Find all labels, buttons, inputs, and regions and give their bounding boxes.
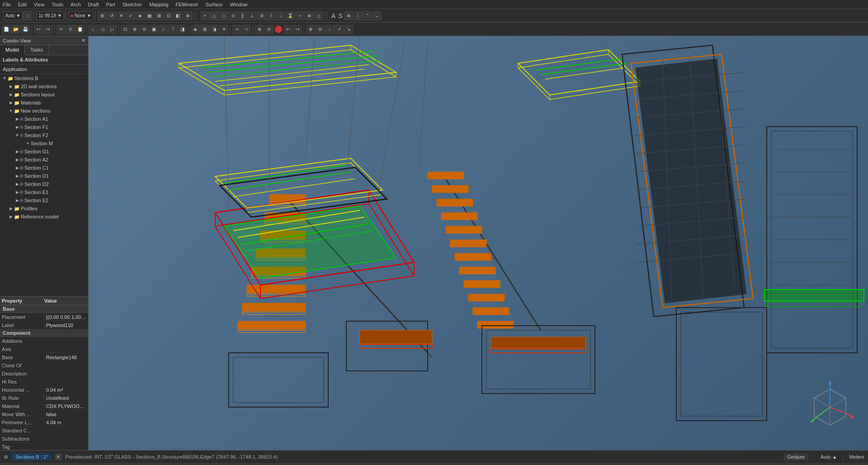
tree-item-reference[interactable]: ▶ 📁 Reference model [0, 213, 88, 221]
tree-item-section-f1[interactable]: ▶ ⊞ Section F1 [0, 123, 88, 131]
tb-btn-snap12[interactable]: ⊗ [305, 11, 314, 20]
tree-item-section-e1[interactable]: ▶ ⊞ Section E1 [0, 188, 88, 196]
menu-file[interactable]: File [3, 2, 11, 7]
tree-item-section-f2[interactable]: ▼ ⊞ Section F2 [0, 131, 88, 139]
prop-row-placement[interactable]: Placement [(0.00 0.00 1.00); 0... [0, 313, 88, 321]
tb2-extra8[interactable]: ↗ [335, 25, 344, 34]
tb2-save[interactable]: 💾 [21, 25, 30, 34]
tree-item-new-sections[interactable]: ▼ 📁 New sections [0, 107, 88, 115]
tree-item-section-d2[interactable]: ▶ ⊞ Section D2 [0, 180, 88, 188]
tree-item-section-a1[interactable]: ▶ ⊞ Section A1 [0, 115, 88, 123]
toggle-e2[interactable]: ▶ [14, 198, 20, 203]
tb-btn-10[interactable]: ⊕ [183, 11, 192, 20]
toggle-a1[interactable]: ▶ [14, 116, 20, 122]
prop-row-move-with[interactable]: Move With ... false [0, 410, 88, 418]
prop-row-standard-c[interactable]: Standard C... [0, 427, 88, 435]
tb-btn-9[interactable]: ◧ [174, 11, 183, 20]
tb-btn-7[interactable]: ⊠ [155, 11, 164, 20]
prop-row-additions[interactable]: Additions [0, 337, 88, 345]
tb-btn-snap2[interactable]: △ [210, 11, 219, 20]
toggle-a2[interactable]: ▶ [14, 157, 20, 162]
tb2-extra1[interactable]: ⊕ [255, 25, 264, 34]
tab-tasks[interactable]: Tasks [25, 45, 49, 55]
prop-row-hi-res[interactable]: Hi Res [0, 378, 88, 386]
toggle-g1[interactable]: ▶ [14, 149, 20, 154]
tb-text-btn4[interactable]: ⌄ [373, 11, 382, 20]
toggle-reference[interactable]: ▶ [8, 214, 14, 219]
tb-btn-snap7[interactable]: ⊘ [257, 11, 266, 20]
tree-item-section-c1[interactable]: ▶ ⊞ Section C1 [0, 164, 88, 172]
menu-mapping[interactable]: Mapping [149, 2, 168, 7]
mode-dropdown[interactable]: Auto ▼ [3, 11, 23, 20]
menu-draft[interactable]: Draft [88, 2, 99, 7]
toggle-materials[interactable]: ▶ [8, 100, 14, 105]
tb-btn-snap11[interactable]: ⌁ [295, 11, 304, 20]
tb-btn-snap6[interactable]: ⊥ [248, 11, 257, 20]
tb2-new[interactable]: 📄 [2, 25, 11, 34]
tb2-paste[interactable]: 📋 [75, 25, 85, 34]
tb-btn-1[interactable]: ⊞ [98, 11, 107, 20]
tb-btn-snap10[interactable]: ⌛ [286, 11, 295, 20]
prop-row-description[interactable]: Description [0, 370, 88, 378]
section-close-btn[interactable]: ✕ [55, 454, 61, 460]
tree-view[interactable]: ▼ 📁 Sections B ▶ 📁 2D wall sections ▶ 📁 … [0, 74, 88, 296]
menu-sketcher[interactable]: Sketcher [123, 2, 142, 7]
toggle-sections-layout[interactable]: ▶ [8, 92, 14, 97]
tb2-measure[interactable]: ⊸ [232, 25, 241, 34]
prop-row-material[interactable]: Material CDX PLYWOOD - SE... [0, 402, 88, 410]
tb-btn-5[interactable]: ◈ [136, 11, 145, 20]
scale-dropdown[interactable]: 1c 99.19 ▼ [36, 11, 64, 20]
tb2-view-3d[interactable]: ◈ [191, 25, 200, 34]
tb2-select-all[interactable]: ▣ [149, 25, 158, 34]
mode-extra-btn[interactable]: □ [23, 11, 32, 20]
tb2-zoom-fit[interactable]: ⊡ [121, 25, 130, 34]
prop-row-clone-of[interactable]: Clone Of [0, 361, 88, 370]
toggle-new-sections[interactable]: ▼ [8, 108, 14, 114]
tb-text-btn2[interactable]: ↕ [354, 11, 363, 20]
toggle-profiles[interactable]: ▶ [8, 206, 14, 211]
prop-row-ifc-role[interactable]: Ifc Role Undefined [0, 394, 88, 402]
tree-item-sections-layout[interactable]: ▶ 📁 Sections layout [0, 90, 88, 99]
toggle-m[interactable] [21, 141, 26, 146]
tb2-open[interactable]: 📂 [11, 25, 20, 34]
tab-model[interactable]: Model [0, 45, 25, 55]
tb2-wire[interactable]: ⊞ [200, 25, 209, 34]
toggle-f1[interactable]: ▶ [14, 124, 20, 130]
toggle-sections-b[interactable]: ▼ [2, 76, 7, 81]
tb2-dim[interactable]: ⊹ [242, 25, 251, 34]
tree-item-sections-b[interactable]: ▼ 📁 Sections B [0, 74, 88, 82]
tb2-extra4[interactable]: ↪ [293, 25, 302, 34]
toggle-e1[interactable]: ▶ [14, 190, 20, 195]
tb-btn-snap5[interactable]: ∥ [238, 11, 247, 20]
combo-close-btn[interactable]: ✕ [81, 38, 85, 43]
toggle-2d-wall[interactable]: ▶ [8, 84, 14, 89]
tb-btn-snap13[interactable]: △ [314, 11, 323, 20]
menu-surface[interactable]: Surface [205, 2, 222, 7]
prop-row-perimeter[interactable]: Perimeter L... 4.04 m [0, 418, 88, 427]
prop-row-label[interactable]: Label Plywood110 [0, 321, 88, 329]
tb-btn-snap4[interactable]: ⊙ [229, 11, 238, 20]
tb2-zoom-in[interactable]: ⊕ [130, 25, 139, 34]
toggle-f2[interactable]: ▼ [14, 133, 20, 138]
tb-text-btn1[interactable]: ⊕ [344, 11, 353, 20]
tb2-light[interactable]: ☀ [219, 25, 228, 34]
tb2-extra9[interactable]: ↘ [344, 25, 353, 34]
tb2-view-side[interactable]: ◨ [178, 25, 187, 34]
tb2-view-top[interactable]: ⊤ [168, 25, 177, 34]
tb2-fwd[interactable]: ▷ [108, 25, 117, 34]
tb2-cut[interactable]: ✂ [57, 25, 66, 34]
menu-part[interactable]: Part [106, 2, 115, 7]
tb-btn-snap9[interactable]: ⟂ [276, 11, 285, 20]
tb-btn-4[interactable]: ✓ [126, 11, 135, 20]
tb-btn-3[interactable]: ✕ [117, 11, 126, 20]
tree-item-profiles[interactable]: ▶ 📁 Profiles [0, 204, 88, 213]
tree-item-section-m[interactable]: ✦ Section M [0, 139, 88, 147]
tb2-extra5[interactable]: ⊕ [306, 25, 315, 34]
prop-row-axis[interactable]: Axis [0, 345, 88, 353]
viewport-3d[interactable] [89, 36, 868, 450]
tree-item-section-g1[interactable]: ▶ ⊞ Section G1 [0, 147, 88, 156]
tb-text-btn3[interactable]: ⌃ [363, 11, 372, 20]
tb2-extra2[interactable]: ⊖ [264, 25, 274, 34]
menu-view[interactable]: View [34, 2, 45, 7]
tb2-extra7[interactable]: ↕ [325, 25, 334, 34]
